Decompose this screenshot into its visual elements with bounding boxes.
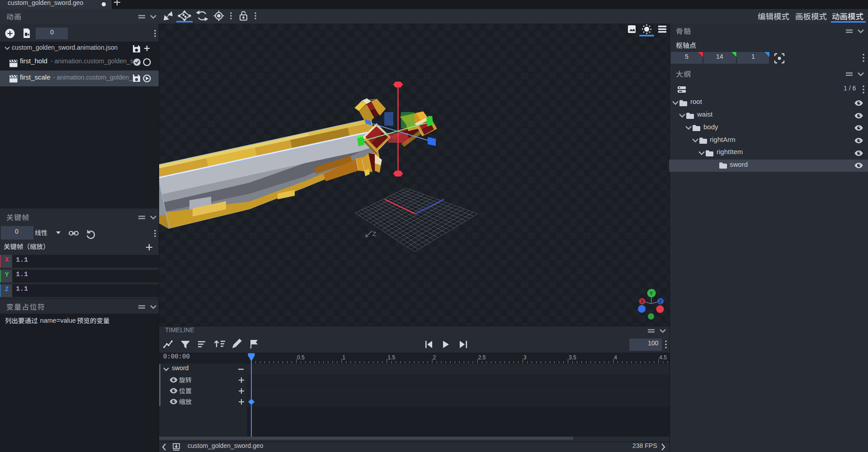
svg-text:0.5: 0.5: [297, 354, 305, 361]
svg-text:Z: Z: [373, 231, 376, 237]
svg-text:2.5: 2.5: [478, 354, 486, 361]
svg-text:4.5: 4.5: [659, 354, 667, 361]
svg-text:2: 2: [433, 354, 436, 361]
svg-text:3: 3: [524, 354, 527, 361]
svg-text:Z: Z: [659, 299, 662, 304]
svg-text:1: 1: [342, 354, 345, 361]
svg-text:3.5: 3.5: [569, 354, 576, 361]
svg-text:1.5: 1.5: [388, 354, 396, 361]
svg-text:4: 4: [614, 354, 617, 361]
svg-text:name=value: name=value: [40, 317, 75, 324]
svg-text:X: X: [641, 299, 644, 304]
svg-text:Y: Y: [650, 291, 653, 296]
